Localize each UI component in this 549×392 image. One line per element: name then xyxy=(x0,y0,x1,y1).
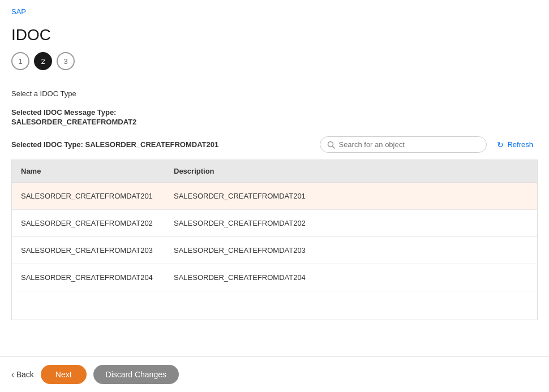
table-row[interactable]: SALESORDER_CREATEFROMDAT202SALESORDER_CR… xyxy=(12,210,537,237)
step-3[interactable]: 3 xyxy=(57,52,75,70)
stepper: 1 2 3 xyxy=(11,52,538,70)
table-empty-row xyxy=(12,291,537,320)
table-header: Name Description xyxy=(12,160,537,183)
toolbar-row: Selected IDOC Type: SALESORDER_CREATEFRO… xyxy=(0,132,549,160)
refresh-button[interactable]: ↻ Refresh xyxy=(492,137,538,153)
table-cell-name: SALESORDER_CREATEFROMDAT203 xyxy=(12,237,165,264)
message-type-label: Selected IDOC Message Type: xyxy=(11,108,538,117)
search-input[interactable] xyxy=(338,140,479,149)
table-body: SALESORDER_CREATEFROMDAT201SALESORDER_CR… xyxy=(12,183,537,320)
step-1[interactable]: 1 xyxy=(11,52,29,70)
section-label: Select a IDOC Type xyxy=(11,89,538,98)
column-header-description: Description xyxy=(165,160,537,183)
discard-changes-button[interactable]: Discard Changes xyxy=(93,365,179,384)
search-box xyxy=(320,136,487,153)
info-section: Select a IDOC Type Selected IDOC Message… xyxy=(0,89,549,132)
table-row[interactable]: SALESORDER_CREATEFROMDAT203SALESORDER_CR… xyxy=(12,237,537,264)
footer: ‹ Back Next Discard Changes xyxy=(0,356,549,392)
header-section: IDOC 1 2 3 xyxy=(0,20,549,89)
table-cell-description: SALESORDER_CREATEFROMDAT203 xyxy=(165,237,537,264)
page-wrapper: SAP IDOC 1 2 3 Select a IDOC Type Select… xyxy=(0,0,549,392)
next-button[interactable]: Next xyxy=(41,365,87,384)
page-title: IDOC xyxy=(11,26,538,44)
table-cell-name: SALESORDER_CREATEFROMDAT204 xyxy=(12,264,165,291)
table-cell-description: SALESORDER_CREATEFROMDAT202 xyxy=(165,210,537,237)
idoc-table: Name Description SALESORDER_CREATEFROMDA… xyxy=(12,160,537,320)
table-row[interactable]: SALESORDER_CREATEFROMDAT201SALESORDER_CR… xyxy=(12,183,537,210)
back-button[interactable]: ‹ Back xyxy=(11,370,34,379)
step-2[interactable]: 2 xyxy=(34,52,52,70)
selected-idoc-type-label: Selected IDOC Type: SALESORDER_CREATEFRO… xyxy=(11,140,218,149)
back-arrow-icon: ‹ xyxy=(11,370,14,379)
top-nav: SAP xyxy=(0,0,549,20)
search-icon xyxy=(327,141,335,149)
table-cell-name: SALESORDER_CREATEFROMDAT202 xyxy=(12,210,165,237)
column-header-name: Name xyxy=(12,160,165,183)
sap-breadcrumb-link[interactable]: SAP xyxy=(11,7,26,16)
toolbar-right: ↻ Refresh xyxy=(320,136,538,153)
table-cell-name: SALESORDER_CREATEFROMDAT201 xyxy=(12,183,165,210)
refresh-icon: ↻ xyxy=(497,140,504,149)
table-row[interactable]: SALESORDER_CREATEFROMDAT204SALESORDER_CR… xyxy=(12,264,537,291)
message-type-value: SALESORDER_CREATEFROMDAT2 xyxy=(11,118,538,126)
table-wrapper: Name Description SALESORDER_CREATEFROMDA… xyxy=(11,160,538,320)
table-cell-description: SALESORDER_CREATEFROMDAT204 xyxy=(165,264,537,291)
table-cell-description: SALESORDER_CREATEFROMDAT201 xyxy=(165,183,537,210)
svg-line-1 xyxy=(333,146,335,148)
